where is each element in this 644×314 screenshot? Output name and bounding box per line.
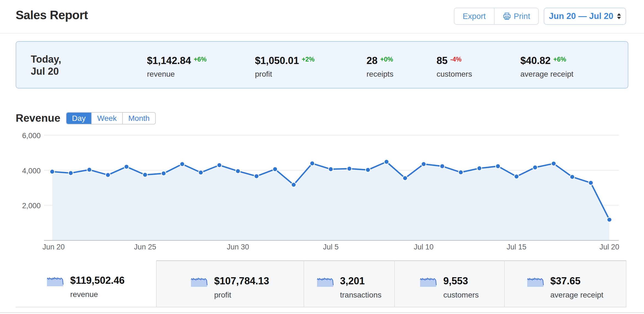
chart-point[interactable] xyxy=(180,162,185,166)
tile-value: $107,784.13 xyxy=(214,275,269,287)
export-button[interactable]: Export xyxy=(454,8,494,24)
chart-point[interactable] xyxy=(254,174,259,179)
chart-point[interactable] xyxy=(50,169,55,174)
y-tick-6000: 6,000 xyxy=(0,132,41,140)
x-tick-jul5: Jul 5 xyxy=(323,243,338,251)
chart-point[interactable] xyxy=(514,174,519,179)
today-date: Today, Jul 20 xyxy=(31,53,61,77)
chart-point[interactable] xyxy=(143,173,148,177)
chart-point[interactable] xyxy=(347,166,352,171)
chart-point[interactable] xyxy=(310,161,315,166)
chart-point[interactable] xyxy=(217,163,222,168)
tile-label: revenue xyxy=(70,290,124,299)
tile-profit[interactable]: $107,784.13 profit xyxy=(157,260,304,307)
stat-value: $1,142.84 xyxy=(147,55,191,66)
header: Sales Report Export Print Jun xyxy=(0,0,644,34)
sparkline-icon xyxy=(317,276,334,287)
sparkline-icon xyxy=(527,276,544,287)
revenue-chart-plot[interactable] xyxy=(0,129,644,244)
today-stat-revenue: $1,142.84+6% revenue xyxy=(147,55,207,79)
today-stat-receipts: 28+0% receipts xyxy=(367,55,393,79)
chart-point[interactable] xyxy=(329,167,333,171)
x-tick-jul15: Jul 15 xyxy=(507,243,526,251)
date-range-value: Jun 20 — Jul 20 xyxy=(549,11,613,21)
chart-point[interactable] xyxy=(589,180,593,185)
chart-point[interactable] xyxy=(161,171,166,176)
chart-point[interactable] xyxy=(551,161,556,166)
export-print-button-group: Export Print xyxy=(454,8,539,25)
tab-month[interactable]: Month xyxy=(122,113,155,124)
metric-tiles: $119,502.46 revenue $107,784.13 profit xyxy=(16,260,626,307)
tab-week[interactable]: Week xyxy=(91,113,122,124)
chart-area-fill xyxy=(52,162,609,240)
stat-percent: +0% xyxy=(380,56,393,63)
chart-point[interactable] xyxy=(106,173,110,177)
stat-label: receipts xyxy=(367,70,393,79)
chart-point[interactable] xyxy=(496,164,500,169)
date-range-select[interactable]: Jun 20 — Jul 20 xyxy=(544,8,626,25)
y-tick-4000: 4,000 xyxy=(0,167,41,175)
chart-point[interactable] xyxy=(68,171,73,175)
sparkline-icon xyxy=(47,276,64,287)
tab-day[interactable]: Day xyxy=(66,113,91,124)
tile-value: 3,201 xyxy=(340,275,382,287)
tile-transactions[interactable]: 3,201 transactions xyxy=(304,260,395,307)
page-bottom-divider xyxy=(0,312,644,313)
interval-tabs: Day Week Month xyxy=(66,112,156,124)
tile-label: customers xyxy=(443,291,479,299)
stat-value: $40.82 xyxy=(520,55,551,66)
y-tick-2000: 2,000 xyxy=(0,202,41,210)
tile-revenue[interactable]: $119,502.46 revenue xyxy=(16,260,157,307)
chart-point[interactable] xyxy=(291,182,296,187)
tile-value: 9,553 xyxy=(443,275,479,287)
x-tick-jun30: Jun 30 xyxy=(227,243,249,251)
chart-point[interactable] xyxy=(440,164,445,169)
tile-label: transactions xyxy=(340,291,382,299)
stat-percent: +6% xyxy=(553,56,566,63)
sparkline-icon xyxy=(420,276,437,287)
today-stat-customers: 85-4% customers xyxy=(437,55,472,79)
chart-point[interactable] xyxy=(124,164,129,169)
chart-point[interactable] xyxy=(459,170,463,175)
x-tick-jul10: Jul 10 xyxy=(414,243,434,251)
stat-label: average receipt xyxy=(520,70,573,79)
select-sorter-icon xyxy=(617,13,621,19)
chart-point[interactable] xyxy=(273,167,277,171)
chart-point[interactable] xyxy=(198,170,203,175)
chart-point[interactable] xyxy=(384,160,389,164)
x-tick-jun25: Jun 25 xyxy=(134,243,156,251)
today-stat-profit: $1,050.01+2% profit xyxy=(255,55,315,79)
tile-value: $119,502.46 xyxy=(70,275,124,286)
stat-percent: -4% xyxy=(450,56,462,63)
chart-point[interactable] xyxy=(236,169,240,173)
chart-point[interactable] xyxy=(477,166,482,171)
print-button[interactable]: Print xyxy=(494,8,538,24)
tile-value: $37.65 xyxy=(550,275,603,287)
stat-value: $1,050.01 xyxy=(255,55,299,66)
stat-value: 85 xyxy=(437,55,448,66)
x-tick-jul20: Jul 20 xyxy=(599,243,619,251)
stat-label: revenue xyxy=(147,70,207,79)
tile-customers[interactable]: 9,553 customers xyxy=(395,260,505,307)
today-summary-card: Today, Jul 20 $1,142.84+6% revenue $1,05… xyxy=(16,41,628,88)
chart-point[interactable] xyxy=(87,167,92,172)
chart-point[interactable] xyxy=(570,174,574,179)
chart-point[interactable] xyxy=(533,165,537,170)
stat-percent: +2% xyxy=(302,56,315,63)
chart-point[interactable] xyxy=(366,168,370,172)
print-button-label: Print xyxy=(514,12,530,21)
export-button-label: Export xyxy=(463,12,486,21)
page-title: Sales Report xyxy=(16,8,88,22)
chart-point[interactable] xyxy=(607,217,612,222)
chart-point[interactable] xyxy=(403,176,407,180)
sparkline-icon xyxy=(191,276,208,287)
sales-report-page: Sales Report Export Print Jun xyxy=(0,0,644,314)
revenue-section-heading: Revenue xyxy=(16,112,60,124)
revenue-chart: 6,000 4,000 2,000 Jun 20 Jun 25 Jun 30 J… xyxy=(0,129,644,253)
chart-point[interactable] xyxy=(421,162,426,166)
stat-percent: +6% xyxy=(194,56,207,63)
stat-value: 28 xyxy=(367,55,377,66)
x-tick-jun20: Jun 20 xyxy=(42,243,65,251)
tile-average-receipt[interactable]: $37.65 average receipt xyxy=(505,260,626,307)
today-date-line2: Jul 20 xyxy=(31,65,61,77)
